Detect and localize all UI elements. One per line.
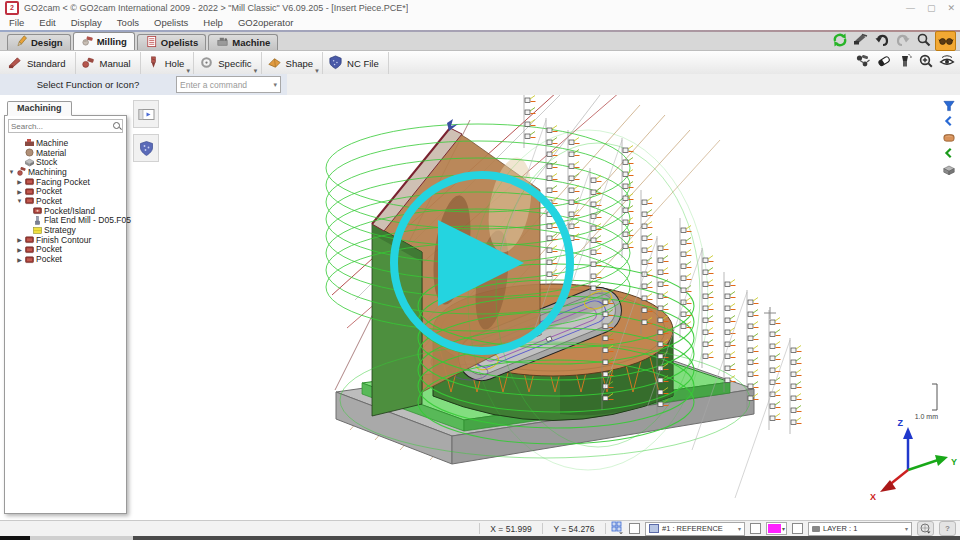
expand-arrow[interactable]: ▼ — [16, 198, 23, 204]
nc-file-button[interactable]: NC File — [323, 52, 389, 74]
tree-item-pocket[interactable]: ▼Pocket — [5, 196, 126, 206]
tree-item-label: Machining — [28, 167, 67, 177]
filter-icon[interactable] — [940, 98, 957, 112]
tree-item-label: Finish Contour — [36, 235, 91, 245]
standard-button[interactable]: Standard — [3, 52, 76, 74]
clean-icon[interactable] — [895, 52, 914, 70]
tree-item-label: Pocket/Island — [44, 206, 95, 216]
shape-button[interactable]: Shape▼ — [262, 52, 323, 74]
minimize-button[interactable]: — — [906, 3, 915, 13]
collapse-green-icon[interactable] — [940, 146, 957, 160]
menu-edit[interactable]: Edit — [39, 17, 55, 28]
tree-item-material[interactable]: Material — [5, 148, 126, 158]
cursor-x-readout: X = 51.999 — [485, 524, 537, 534]
operator-help-icon[interactable]: ? — [939, 521, 956, 536]
tree-search[interactable] — [8, 119, 123, 133]
grid-checkbox[interactable] — [629, 523, 640, 534]
machining-icon — [17, 167, 26, 176]
machine-tab-icon — [216, 35, 229, 50]
sync-icon[interactable] — [830, 31, 849, 49]
zoom-fit-icon[interactable] — [916, 52, 935, 70]
redo-icon[interactable] — [893, 31, 912, 49]
menu-help[interactable]: Help — [203, 17, 223, 28]
command-bar: Select Function or Icon? Enter a command… — [0, 74, 960, 95]
tree-item-label: Pocket — [36, 244, 62, 254]
tab-milling[interactable]: Milling — [73, 32, 135, 50]
expand-arrow[interactable]: ▶ — [16, 236, 23, 243]
part-icon[interactable] — [940, 130, 957, 144]
specific-icon — [199, 55, 214, 72]
tree-item-stock[interactable]: Stock — [5, 157, 126, 167]
tree-item-machining[interactable]: ▼Machining — [5, 167, 126, 177]
manual-button[interactable]: Manual — [76, 52, 141, 74]
tree-item-finish-contour[interactable]: ▶Finish Contour — [5, 235, 126, 245]
expand-arrow[interactable]: ▶ — [16, 246, 23, 253]
menu-file[interactable]: File — [9, 17, 24, 28]
grid-icon[interactable] — [611, 521, 624, 536]
undo-icon[interactable] — [872, 31, 891, 49]
tree-item-label: Facing Pocket — [36, 177, 90, 187]
nc-file-icon — [328, 55, 343, 72]
opelists-tab-icon — [145, 35, 158, 50]
zoom-icon[interactable] — [914, 31, 933, 49]
tree-item-pocket[interactable]: ▶Pocket — [5, 245, 126, 255]
progress-buffer — [30, 536, 133, 540]
glasses-icon[interactable] — [935, 31, 956, 51]
specific-button[interactable]: Specific▼ — [194, 52, 261, 74]
tree-item-flat-end-mill-d05-f05[interactable]: Flat End Mill - D05.F05 — [5, 216, 126, 226]
pocket-icon — [25, 196, 34, 205]
tree-item-label: Flat End Mill - D05.F05 — [44, 215, 131, 225]
video-play-overlay[interactable] — [390, 171, 574, 355]
simulation-icon[interactable] — [853, 52, 872, 70]
cursor-y-readout: Y = 54.276 — [548, 524, 600, 534]
expand-arrow[interactable]: ▼ — [8, 169, 15, 175]
expand-arrow[interactable]: ▶ — [16, 256, 23, 263]
media-window-icon-button[interactable] — [133, 100, 159, 128]
hole-button[interactable]: Hole▼ — [141, 52, 195, 74]
tree-item-pocket[interactable]: ▶Pocket — [5, 254, 126, 264]
tab-design[interactable]: Design — [7, 34, 71, 50]
color-select[interactable]: ▾ — [766, 522, 787, 535]
tree-item-machine[interactable]: Machine — [5, 138, 126, 148]
color-checkbox[interactable] — [792, 523, 803, 534]
search-input[interactable] — [9, 122, 112, 131]
reference-select[interactable]: #1 : REFERENCE▾ — [645, 522, 745, 536]
maximize-button[interactable]: ▢ — [927, 3, 936, 13]
machining-tree: MachineMaterialStock▼Machining▶Facing Po… — [5, 136, 126, 266]
tree-item-pocket-island[interactable]: Pocket/Island — [5, 206, 126, 216]
manual-icon — [81, 55, 96, 72]
progress-playhead — [0, 536, 30, 540]
shape-icon — [267, 55, 282, 72]
color-swatch — [768, 524, 781, 533]
menu-opelists[interactable]: Opelists — [154, 17, 188, 28]
reference-checkbox[interactable] — [750, 523, 761, 534]
tree-item-facing-pocket[interactable]: ▶Facing Pocket — [5, 177, 126, 187]
menu-go2operator[interactable]: GO2operator — [238, 17, 293, 28]
menu-display[interactable]: Display — [71, 17, 102, 28]
caliper-icon[interactable] — [851, 31, 870, 49]
tree-item-label: Material — [36, 148, 66, 158]
menu-tools[interactable]: Tools — [117, 17, 139, 28]
view-orientation-icon[interactable] — [917, 521, 934, 536]
tab-machine[interactable]: Machine — [208, 34, 278, 50]
video-progress-bar[interactable] — [0, 536, 960, 540]
search-icon — [112, 121, 122, 131]
close-button[interactable]: ✕ — [947, 3, 955, 13]
tree-item-label: Pocket — [36, 196, 62, 206]
tree-item-pocket[interactable]: ▶Pocket — [5, 186, 126, 196]
tab-machining[interactable]: Machining — [7, 101, 72, 116]
operator-shield-icon-button[interactable] — [133, 134, 159, 162]
stock-icon[interactable] — [940, 162, 957, 176]
axis-triad: Z Y X — [870, 418, 957, 502]
tab-opelists[interactable]: Opelists — [137, 34, 207, 50]
eye-icon[interactable] — [937, 52, 956, 70]
tree-item-strategy[interactable]: Strategy — [5, 225, 126, 235]
title-bar: 2 GO2cam < © GO2cam International 2009 -… — [0, 0, 960, 15]
tree-item-label: Pocket — [36, 186, 62, 196]
expand-arrow[interactable]: ▶ — [16, 188, 23, 195]
expand-arrow[interactable]: ▶ — [16, 178, 23, 185]
layer-select[interactable]: LAYER : 1▾ — [808, 522, 912, 536]
command-input[interactable]: Enter a command▾ — [176, 76, 281, 93]
collapse-blue-icon[interactable] — [940, 114, 957, 128]
eraser-icon[interactable] — [874, 52, 893, 70]
